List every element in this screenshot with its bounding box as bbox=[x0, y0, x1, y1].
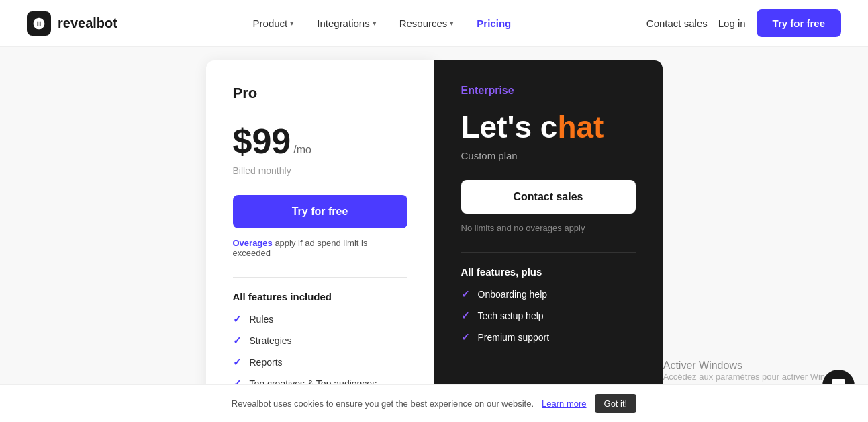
enterprise-label: Enterprise bbox=[461, 85, 636, 97]
check-icon: ✓ bbox=[233, 356, 242, 368]
list-item: ✓ Tech setup help bbox=[461, 310, 636, 322]
navbar: revealbot Product ▾ Integrations ▾ Resou… bbox=[0, 0, 868, 47]
contact-sales-link[interactable]: Contact sales bbox=[646, 17, 708, 29]
cookie-learn-more-link[interactable]: Learn more bbox=[542, 398, 586, 409]
feature-label: Strategies bbox=[250, 335, 292, 346]
feature-label: Reports bbox=[250, 357, 283, 368]
feature-label: Tech setup help bbox=[478, 310, 544, 321]
feature-label: Onboarding help bbox=[478, 289, 548, 300]
chevron-down-icon: ▾ bbox=[450, 19, 454, 28]
check-icon: ✓ bbox=[461, 331, 470, 343]
check-icon: ✓ bbox=[461, 310, 470, 322]
nav-resources[interactable]: Resources ▾ bbox=[390, 12, 464, 34]
pro-price: $99 bbox=[233, 121, 291, 161]
logo-text: revealbot bbox=[58, 15, 117, 31]
logo[interactable]: revealbot bbox=[27, 11, 117, 36]
pro-features-title: All features included bbox=[233, 291, 407, 302]
list-item: ✓ Onboarding help bbox=[461, 288, 636, 300]
chevron-down-icon: ▾ bbox=[290, 19, 294, 28]
cookie-got-it-button[interactable]: Got it! bbox=[595, 394, 637, 413]
price-row: $99 /mo bbox=[233, 121, 407, 161]
feature-label: Rules bbox=[250, 314, 274, 325]
pro-try-button[interactable]: Try for free bbox=[233, 195, 407, 228]
pro-title: Pro bbox=[233, 85, 407, 102]
login-link[interactable]: Log in bbox=[718, 17, 746, 29]
no-limits-text: No limits and no overages apply bbox=[461, 223, 636, 233]
overages-text: Overages apply if ad spend limit is exce… bbox=[233, 238, 407, 258]
chevron-down-icon: ▾ bbox=[373, 19, 377, 28]
logo-svg bbox=[32, 17, 46, 30]
feature-label: Premium support bbox=[478, 332, 550, 343]
main-content: Pro $99 /mo Billed monthly Try for free … bbox=[0, 47, 868, 422]
headline-text-orange: hat bbox=[557, 110, 604, 144]
nav-links: Product ▾ Integrations ▾ Resources ▾ Pri… bbox=[244, 12, 521, 34]
nav-pricing[interactable]: Pricing bbox=[467, 12, 520, 34]
cookie-text: Revealbot uses cookies to ensure you get… bbox=[232, 398, 534, 409]
check-icon: ✓ bbox=[233, 335, 242, 347]
pro-card: Pro $99 /mo Billed monthly Try for free … bbox=[206, 60, 434, 414]
enterprise-features-title: All features, plus bbox=[461, 266, 636, 278]
pro-billing: Billed monthly bbox=[233, 165, 407, 176]
pro-period: /mo bbox=[293, 144, 311, 156]
list-item: ✓ Rules bbox=[233, 313, 407, 325]
check-icon: ✓ bbox=[233, 313, 242, 325]
logo-icon bbox=[27, 11, 51, 36]
try-for-free-button[interactable]: Try for free bbox=[757, 9, 841, 37]
contact-sales-button[interactable]: Contact sales bbox=[461, 180, 636, 214]
enterprise-card: Enterprise Let's chat Custom plan Contac… bbox=[434, 60, 663, 410]
cookie-banner: Revealbot uses cookies to ensure you get… bbox=[0, 384, 868, 422]
enterprise-feature-list: ✓ Onboarding help ✓ Tech setup help ✓ Pr… bbox=[461, 288, 636, 343]
overages-link[interactable]: Overages bbox=[233, 238, 273, 248]
list-item: ✓ Reports bbox=[233, 356, 407, 368]
enterprise-sub: Custom plan bbox=[461, 150, 636, 161]
pro-feature-list: ✓ Rules ✓ Strategies ✓ Reports ✓ Top cre… bbox=[233, 313, 407, 390]
nav-product[interactable]: Product ▾ bbox=[244, 12, 304, 34]
nav-integrations[interactable]: Integrations ▾ bbox=[307, 12, 385, 34]
list-item: ✓ Premium support bbox=[461, 331, 636, 343]
headline-text-white: Let's c bbox=[461, 110, 558, 144]
check-icon: ✓ bbox=[461, 288, 470, 300]
enterprise-headline: Let's chat bbox=[461, 110, 636, 144]
pro-divider bbox=[233, 277, 407, 278]
list-item: ✓ Strategies bbox=[233, 335, 407, 347]
enterprise-divider bbox=[461, 252, 636, 253]
nav-right: Contact sales Log in Try for free bbox=[646, 9, 841, 37]
